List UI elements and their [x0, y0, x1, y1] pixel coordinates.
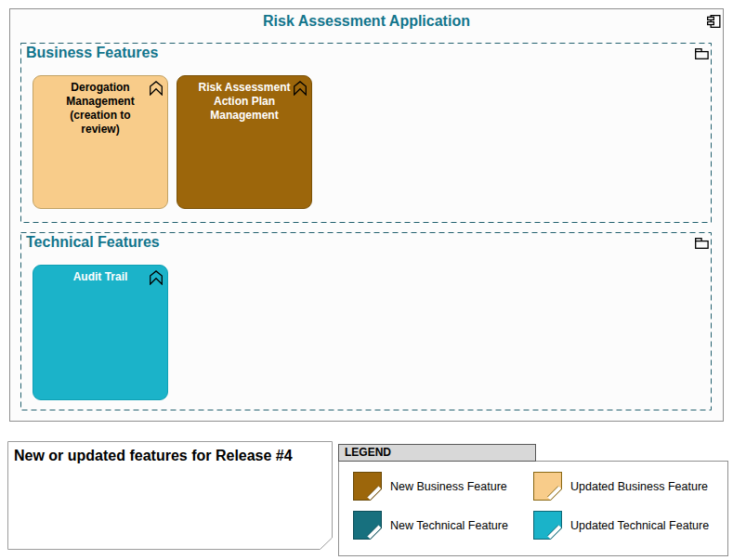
feature-label: Risk Assessment Action Plan Management: [196, 81, 293, 123]
feature-banner-icon: [294, 81, 307, 96]
legend-label: New Technical Feature: [390, 518, 508, 532]
feature-banner-icon: [150, 81, 163, 96]
diagram-canvas: Risk Assessment Application Business Fea…: [0, 0, 733, 560]
legend-item-new-technical: New Technical Feature: [353, 511, 382, 540]
group-title: Technical Features: [26, 233, 160, 251]
legend-item-updated-business: Updated Business Feature: [533, 472, 562, 501]
legend-label: Updated Technical Feature: [570, 518, 709, 532]
legend-header: LEGEND: [338, 444, 536, 462]
component-icon: [707, 15, 721, 28]
legend-title: LEGEND: [345, 446, 391, 460]
legend-item-updated-technical: Updated Technical Feature: [533, 511, 562, 540]
legend-label: New Business Feature: [390, 479, 507, 493]
folder-icon: [695, 48, 709, 59]
note-text: New or updated features for Release #4: [14, 447, 293, 464]
feature-audit-trail[interactable]: Audit Trail: [33, 265, 168, 400]
feature-label: Audit Trail: [52, 270, 149, 284]
group-title: Business Features: [26, 44, 158, 61]
legend-swatch-updated-business: [533, 472, 562, 501]
legend-swatch-new-technical: [353, 511, 382, 540]
application-title: Risk Assessment Application: [10, 12, 723, 30]
folder-icon: [695, 238, 709, 249]
feature-derogation-management[interactable]: Derogation Management (creation to revie…: [33, 75, 168, 209]
feature-label: Derogation Management (creation to revie…: [52, 81, 149, 137]
legend-item-new-business: New Business Feature: [353, 472, 382, 501]
legend-swatch-new-business: [353, 472, 382, 501]
feature-risk-assessment-action-plan[interactable]: Risk Assessment Action Plan Management: [177, 75, 312, 209]
feature-banner-icon: [150, 270, 163, 285]
note-release[interactable]: New or updated features for Release #4: [7, 441, 333, 550]
legend-label: Updated Business Feature: [570, 479, 708, 493]
legend-swatch-updated-technical: [533, 511, 562, 540]
